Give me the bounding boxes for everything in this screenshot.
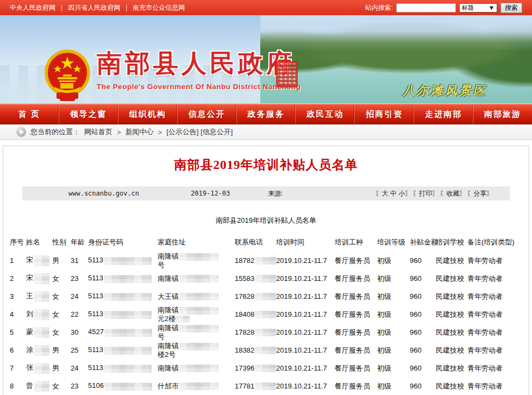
cell-trade: 餐厅服务员: [335, 323, 377, 341]
redacted-id: [104, 347, 152, 355]
breadcrumb-label: 您当前的位置：: [30, 127, 80, 137]
cell-trade: 餐厅服务员: [335, 287, 377, 305]
breadcrumb-current-category[interactable]: [公示公告] [信息公开]: [166, 127, 233, 137]
share-button[interactable]: 〖分享〗: [467, 189, 493, 198]
redacted-phone: [255, 311, 276, 318]
nav-item-public-interaction[interactable]: 政民互动: [296, 104, 355, 124]
cell-age: 22: [71, 305, 88, 323]
nav-item-investment[interactable]: 招商引资: [355, 104, 414, 124]
redacted-phone: [255, 383, 276, 390]
cell-age: 25: [71, 341, 88, 359]
cell-gender: 男: [52, 252, 71, 269]
publish-date: 2019-12-03: [191, 190, 230, 197]
cell-address: 南隆镇: [158, 359, 235, 377]
cell-id-number: 5113: [88, 359, 158, 377]
cell-name: 宋: [26, 269, 52, 287]
redacted-address: [179, 383, 218, 390]
site-search: 站内搜索: 标题 ▼ 搜索: [365, 3, 522, 13]
cell-level: 初级: [377, 341, 410, 359]
redacted-name: [34, 291, 49, 302]
red-seal-stamp-icon: [276, 61, 298, 87]
search-input[interactable]: [396, 3, 456, 12]
nav-item-leadership[interactable]: 领导之窗: [59, 104, 118, 124]
cell-age: 24: [71, 287, 88, 305]
redacted-id: [104, 293, 152, 301]
cell-phone: 18382: [235, 341, 276, 359]
cell-phone: 17628: [235, 287, 276, 305]
lake-scenery-image: [260, 15, 532, 104]
nav-item-tourism[interactable]: 南部旅游: [473, 104, 532, 124]
font-size-controls[interactable]: 〖大 中 小〗: [375, 189, 412, 198]
breadcrumb-home[interactable]: 网站首页: [84, 127, 112, 137]
cell-school: 民建技校: [436, 252, 467, 269]
cell-trade: 餐厅服务员: [335, 252, 377, 269]
cell-age: 31: [71, 252, 88, 269]
cell-id-number: 4527: [88, 323, 158, 341]
cell-subsidy-amount: 960: [410, 287, 436, 305]
redacted-name: [34, 381, 49, 392]
redacted-id: [104, 311, 152, 319]
link-sichuan-gov[interactable]: 四川省人民政府网: [68, 3, 120, 12]
breadcrumb-news-center[interactable]: 新闻中心: [126, 127, 154, 137]
cell-id-number: 5106: [88, 377, 158, 395]
cell-trade: 餐厅服务员: [335, 377, 377, 395]
nav-item-info-disclosure[interactable]: 信息公开: [178, 104, 237, 124]
cell-gender: 女: [52, 377, 71, 395]
cell-training-time: 2019.10.21-11.7: [276, 305, 335, 323]
cell-level: 初级: [377, 323, 410, 341]
cell-school: 民建技校: [436, 377, 467, 395]
cell-age: 23: [71, 377, 88, 395]
redacted-address: [179, 343, 218, 350]
cell-subsidy-amount: 960: [410, 323, 436, 341]
cell-id-number: 5113: [88, 287, 158, 305]
nav-item-home[interactable]: 首 页: [0, 104, 59, 124]
redacted-address: [179, 253, 218, 261]
search-button[interactable]: 搜索: [500, 3, 522, 13]
subsidy-roster-table: 序号 姓名 性别 年龄 身份证号码 家庭住址 联系电话 培训时间 培训工种 培训…: [10, 237, 532, 395]
redacted-name: [34, 273, 49, 284]
header-serial: 序号: [10, 237, 26, 252]
cell-name: 刘: [26, 305, 52, 323]
cell-id-number: 5113: [88, 252, 158, 269]
cell-level: 初级: [377, 269, 410, 287]
cell-trade: 餐厅服务员: [335, 341, 377, 359]
nav-item-gov-services[interactable]: 政务服务: [237, 104, 296, 124]
address-line2: 号: [158, 333, 235, 341]
cell-address: 南隆镇 元2楼: [158, 305, 235, 323]
cell-gender: 女: [52, 287, 71, 305]
nav-item-about-nanbu[interactable]: 走进南部: [414, 104, 473, 124]
table-row: 8 曾 女 23 5106 什邡市 17781 2019.10.21-11.7 …: [10, 377, 532, 395]
cell-gender: 男: [52, 341, 71, 359]
cell-name: 涂: [26, 341, 52, 359]
redacted-address: [179, 325, 218, 333]
nav-item-organization[interactable]: 组织机构: [118, 104, 178, 124]
main-navigation: 首 页 领导之窗 组织机构 信息公开 政务服务 政民互动 招商引资 走进南部 南…: [0, 104, 532, 124]
cell-training-time: 2019.10.21-11.7: [276, 252, 335, 269]
redacted-phone: [255, 275, 276, 283]
cell-subsidy-amount: 960: [410, 359, 436, 377]
header-gender: 性别: [52, 237, 71, 252]
cell-phone: 18408: [235, 305, 276, 323]
cell-subsidy-amount: 960: [410, 305, 436, 323]
cell-serial: 6: [10, 341, 26, 359]
cell-level: 初级: [377, 252, 410, 269]
cell-phone: 17781: [235, 377, 276, 395]
cell-subsidy-amount: 960: [410, 377, 436, 395]
cell-id-number: 5113: [88, 305, 158, 323]
cell-age: 23: [71, 269, 88, 287]
search-category-select[interactable]: 标题 ▼: [459, 3, 497, 12]
favorite-button[interactable]: 〖收藏〗: [440, 189, 466, 198]
print-button[interactable]: 〖打印〗: [412, 189, 439, 198]
redacted-address2: [176, 316, 190, 323]
page-title: 南部县2019年培训补贴人员名单: [3, 157, 529, 173]
search-label: 站内搜索:: [365, 3, 393, 12]
link-nanchong-info[interactable]: 南充市公众信息网: [133, 3, 185, 12]
redacted-name: [34, 363, 49, 374]
site-title: 南部县人民政府: [97, 47, 301, 80]
cell-training-time: 2019.10.21-11.7: [276, 269, 335, 287]
redacted-address: [179, 365, 218, 372]
cell-address: 南隆镇: [158, 269, 235, 287]
cell-school: 民建技校: [436, 359, 467, 377]
redacted-phone: [255, 365, 276, 372]
link-central-gov[interactable]: 中央人民政府网: [10, 3, 55, 12]
